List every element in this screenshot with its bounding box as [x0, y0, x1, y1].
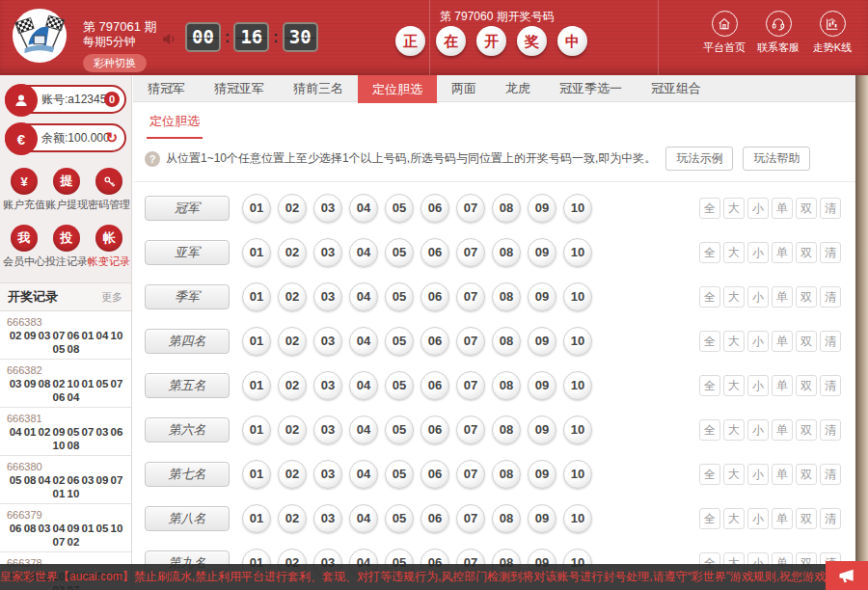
number-ball-10[interactable]: 10: [563, 460, 592, 489]
number-ball-08[interactable]: 08: [492, 194, 521, 223]
number-ball-07[interactable]: 07: [456, 238, 485, 267]
number-ball-10[interactable]: 10: [563, 238, 592, 267]
number-ball-01[interactable]: 01: [242, 282, 271, 311]
number-ball-02[interactable]: 02: [278, 327, 307, 356]
tab-2[interactable]: 猜冠亚军: [200, 75, 279, 101]
row-action[interactable]: 单: [772, 464, 793, 485]
row-action[interactable]: 全: [699, 464, 720, 485]
nav-platform-home[interactable]: 平台首页: [700, 11, 748, 55]
row-action[interactable]: 双: [796, 375, 817, 396]
number-ball-02[interactable]: 02: [278, 282, 307, 311]
row-action[interactable]: 全: [699, 508, 720, 529]
number-ball-04[interactable]: 04: [349, 327, 378, 356]
row-action[interactable]: 小: [747, 286, 769, 308]
number-ball-09[interactable]: 09: [528, 460, 556, 489]
quick-action-recharge[interactable]: ¥ 账户充值: [3, 168, 45, 212]
number-ball-02[interactable]: 02: [278, 194, 307, 223]
number-ball-10[interactable]: 10: [563, 504, 592, 533]
row-action[interactable]: 小: [747, 419, 769, 441]
quick-action-withdraw[interactable]: 提 账户提现: [45, 168, 88, 212]
number-ball-03[interactable]: 03: [313, 282, 342, 311]
row-action[interactable]: 清: [820, 242, 841, 263]
row-action[interactable]: 大: [723, 464, 745, 485]
tab-4[interactable]: 定位胆选: [358, 73, 437, 103]
row-action[interactable]: 双: [796, 286, 817, 308]
number-ball-05[interactable]: 05: [385, 504, 414, 533]
play-help-button[interactable]: 玩法帮助: [743, 147, 810, 171]
number-ball-07[interactable]: 07: [456, 504, 485, 533]
row-action[interactable]: 小: [747, 375, 769, 396]
row-action[interactable]: 双: [796, 331, 817, 352]
number-ball-05[interactable]: 05: [385, 194, 414, 223]
number-ball-09[interactable]: 09: [528, 238, 556, 267]
row-action[interactable]: 双: [796, 464, 817, 485]
number-ball-06[interactable]: 06: [420, 282, 449, 311]
number-ball-03[interactable]: 03: [313, 327, 342, 356]
speaker-icon[interactable]: [161, 31, 177, 47]
number-ball-03[interactable]: 03: [313, 504, 342, 533]
position-label[interactable]: 第五名: [145, 373, 230, 398]
tab-7[interactable]: 冠亚季选一: [545, 75, 637, 101]
number-ball-09[interactable]: 09: [528, 327, 556, 356]
row-action[interactable]: 清: [820, 286, 841, 308]
subtab-dingweidanxuan[interactable]: 定位胆选: [147, 113, 203, 139]
quick-action-member-center[interactable]: 我 会员中心: [3, 225, 45, 269]
number-ball-07[interactable]: 07: [456, 371, 485, 400]
number-ball-06[interactable]: 06: [420, 327, 449, 356]
number-ball-04[interactable]: 04: [349, 238, 378, 267]
lottery-switch-button[interactable]: 彩种切换: [83, 54, 147, 72]
number-ball-07[interactable]: 07: [456, 416, 485, 444]
row-action[interactable]: 全: [699, 419, 720, 441]
position-label[interactable]: 亚军: [145, 240, 230, 265]
number-ball-10[interactable]: 10: [563, 371, 592, 400]
number-ball-09[interactable]: 09: [528, 504, 556, 533]
row-action[interactable]: 单: [772, 375, 793, 396]
number-ball-04[interactable]: 04: [349, 416, 378, 444]
number-ball-06[interactable]: 06: [420, 416, 449, 444]
number-ball-08[interactable]: 08: [492, 416, 521, 444]
more-link[interactable]: 更多: [101, 290, 122, 305]
number-ball-01[interactable]: 01: [242, 238, 271, 267]
row-action[interactable]: 小: [747, 331, 769, 352]
number-ball-06[interactable]: 06: [420, 371, 449, 400]
tab-5[interactable]: 两面: [437, 75, 491, 101]
row-action[interactable]: 全: [699, 242, 720, 263]
number-ball-03[interactable]: 03: [313, 371, 342, 400]
row-action[interactable]: 小: [747, 198, 769, 219]
number-ball-08[interactable]: 08: [492, 327, 521, 356]
row-action[interactable]: 双: [796, 419, 817, 441]
number-ball-02[interactable]: 02: [278, 371, 307, 400]
number-ball-10[interactable]: 10: [563, 194, 592, 223]
row-action[interactable]: 全: [699, 331, 720, 352]
tab-3[interactable]: 猜前三名: [279, 75, 358, 101]
number-ball-10[interactable]: 10: [563, 327, 592, 356]
row-action[interactable]: 双: [796, 508, 817, 529]
row-action[interactable]: 清: [820, 331, 841, 352]
number-ball-02[interactable]: 02: [278, 238, 307, 267]
row-action[interactable]: 清: [820, 508, 841, 529]
position-label[interactable]: 第八名: [145, 506, 230, 531]
number-ball-05[interactable]: 05: [385, 416, 414, 444]
row-action[interactable]: 全: [699, 198, 720, 219]
row-action[interactable]: 小: [747, 508, 769, 529]
quick-action-bet-records[interactable]: 投 投注记录: [45, 225, 88, 269]
number-ball-06[interactable]: 06: [420, 504, 449, 533]
row-action[interactable]: 小: [747, 464, 769, 485]
message-badge[interactable]: 0: [104, 92, 120, 107]
row-action[interactable]: 单: [772, 242, 793, 263]
number-ball-09[interactable]: 09: [528, 371, 556, 400]
row-action[interactable]: 清: [820, 419, 841, 441]
number-ball-05[interactable]: 05: [385, 371, 414, 400]
number-ball-01[interactable]: 01: [242, 416, 271, 444]
row-action[interactable]: 大: [723, 242, 745, 263]
scrollbar[interactable]: [855, 75, 868, 590]
announcement-button[interactable]: [826, 561, 868, 590]
row-action[interactable]: 大: [723, 286, 745, 308]
number-ball-04[interactable]: 04: [349, 504, 378, 533]
number-ball-09[interactable]: 09: [528, 194, 556, 223]
row-action[interactable]: 清: [820, 464, 841, 485]
number-ball-03[interactable]: 03: [313, 460, 342, 489]
position-label[interactable]: 冠军: [145, 196, 230, 221]
number-ball-04[interactable]: 04: [349, 282, 378, 311]
row-action[interactable]: 大: [723, 198, 745, 219]
